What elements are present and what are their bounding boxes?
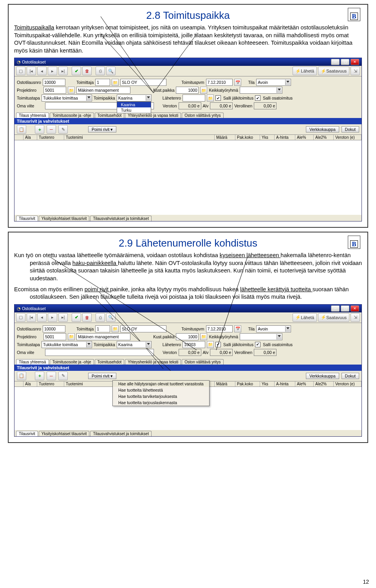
laheta-button[interactable]: ⚡ Lähetä [293, 67, 317, 75]
row-tool-icon[interactable]: ✎ [58, 125, 68, 134]
tool-delete-icon[interactable]: 🗑 [82, 313, 92, 322]
salli-osa-checkbox[interactable]: ✔ [255, 95, 260, 101]
poimi-rivit-button[interactable]: Poimi rivit ▾ [88, 373, 116, 379]
grid-body-empty[interactable] [14, 140, 362, 215]
tab-toimitusosoite[interactable]: Toimitusosoite ja -ohje [50, 359, 94, 365]
minimize-button[interactable]: ─ [331, 59, 340, 65]
gh-blank[interactable] [14, 135, 24, 140]
tab-toimitusosoite[interactable]: Toimitusosoite ja -ohje [50, 113, 94, 118]
tool-new-icon[interactable]: ▢ [16, 313, 25, 322]
toimituspvm-field[interactable]: 7.12.2010 [206, 79, 233, 86]
tab-tilausvahvistukset[interactable]: Tilausvahvistukset ja toimitukset [90, 216, 151, 221]
kustpaikka-lookup-icon[interactable]: 📁 [200, 333, 207, 340]
toimipaikka-combo[interactable]: Kaarina [117, 94, 152, 102]
kustpaikka-field[interactable]: 1000 [176, 87, 199, 94]
salli-osa-checkbox[interactable]: ✔ [255, 342, 260, 347]
tool-first-icon[interactable]: |◂ [27, 67, 36, 75]
gh-maara[interactable]: Määrä [215, 135, 235, 140]
gh-tuotenimi[interactable]: Tuotenimi [64, 135, 215, 140]
dropdown-item-turku[interactable]: Turku [117, 107, 151, 113]
row-clipboard-icon[interactable]: 📋 [17, 372, 26, 380]
tool-delete-icon[interactable]: 🗑 [82, 67, 92, 75]
poimi-rivit-button[interactable]: Poimi rivit ▾ [88, 126, 116, 132]
dokut-button[interactable]: Dokut [342, 373, 359, 379]
projektinimi-field[interactable]: Mäkinen management [76, 333, 130, 340]
tab-tilaus-yhteensa[interactable]: Tilaus yhteensä [16, 359, 49, 365]
menu-item-hae-varasto[interactable]: Hae alle hälytysrajan olevat tuotteet va… [113, 381, 209, 387]
saatavuus-button[interactable]: ⚡ Saatavuus [318, 313, 349, 322]
toimittaja-name-field[interactable]: SLO OY [120, 325, 166, 332]
tool-extra-icon[interactable]: ⇲ [351, 67, 360, 75]
gh-blank[interactable] [14, 381, 24, 387]
gh-veroton[interactable]: Veroton (e) [334, 381, 362, 387]
tool-next-icon[interactable]: ▸ [48, 67, 57, 75]
lahetenro-field[interactable] [183, 94, 205, 102]
gh-yks[interactable]: Yks [260, 135, 275, 140]
salli-jalki-checkbox[interactable]: ✔ [215, 342, 221, 347]
omaviite-field[interactable] [45, 349, 154, 356]
tool-next-icon[interactable]: ▸ [48, 313, 57, 322]
gh-ale[interactable]: Ale% [295, 381, 314, 387]
tab-toimitusehdot[interactable]: Toimitusehdot [95, 359, 125, 365]
gh-ahinta[interactable]: A-hinta [275, 381, 295, 387]
menu-item-hae-tarviketarjous[interactable]: Hae tuotteita tarviketarjouksesta [113, 393, 209, 399]
calendar-icon[interactable]: 📅 [234, 79, 241, 86]
tab-yksityiskohtaiset[interactable]: Yksityiskohtaiset tilausrivit [39, 216, 90, 221]
lahetenro-lookup-icon[interactable]: 📁 [207, 341, 214, 348]
tila-combo[interactable]: Avoin [256, 325, 291, 332]
menu-item-hae-lahete[interactable]: Hae tuotteita lähetteestä [113, 387, 209, 393]
toimitustapa-combo[interactable]: Tukkuliike toimittaa [42, 94, 92, 102]
row-add-icon[interactable]: ＋ [35, 372, 44, 380]
maximize-button[interactable]: ◻ [341, 305, 349, 312]
toimituspvm-field[interactable]: 7.12.2010 [206, 325, 233, 332]
gh-pakkoko[interactable]: Pak.koko [235, 381, 260, 387]
gh-ale2[interactable]: Ale2% [314, 135, 334, 140]
kustpaikka-lookup-icon[interactable]: 📁 [200, 87, 207, 94]
close-button[interactable]: ✕ [351, 305, 359, 312]
gh-ale[interactable]: Ale% [295, 135, 314, 140]
projekti-lookup-icon[interactable]: 📁 [68, 87, 75, 94]
calendar-icon[interactable]: 📅 [234, 325, 241, 332]
verkkokauppa-button[interactable]: Verkkokauppa [306, 126, 339, 132]
tool-last-icon[interactable]: ▸| [58, 67, 68, 75]
row-remove-icon[interactable]: ─ [47, 372, 56, 380]
gh-ale2[interactable]: Ale2% [314, 381, 334, 387]
tab-tilaus-yhteensa[interactable]: Tilaus yhteensä [16, 113, 49, 118]
keikkatyoryhma-combo[interactable] [240, 333, 282, 340]
tool-print-icon[interactable]: ⎙ [96, 67, 105, 75]
tab-tilausvahvistukset[interactable]: Tilausvahvistukset ja toimitukset [90, 431, 151, 436]
tool-prev-icon[interactable]: ◂ [37, 67, 47, 75]
tab-yksityiskohtaiset[interactable]: Yksityiskohtaiset tilausrivit [39, 431, 90, 436]
tool-search-icon[interactable]: 🔍 [106, 313, 116, 322]
toimittaja-lookup-icon[interactable]: 📁 [112, 79, 119, 86]
tab-toimitusehdot[interactable]: Toimitusehdot [95, 113, 125, 118]
projektinro-field[interactable]: 5001 [43, 87, 66, 94]
tool-first-icon[interactable]: |◂ [27, 313, 36, 322]
toimipaikka-combo[interactable]: Kaarina [117, 341, 152, 348]
saatavuus-button[interactable]: ⚡ Saatavuus [318, 67, 349, 75]
tool-last-icon[interactable]: ▸| [58, 313, 68, 322]
tab-yhteyshenkilo[interactable]: Yhteyshenkilö ja vapaa teksti [125, 359, 181, 365]
gh-pakkoko[interactable]: Pak.koko [235, 135, 260, 140]
laheta-button[interactable]: ⚡ Lähetä [293, 313, 317, 322]
gh-ala[interactable]: Ala [24, 135, 37, 140]
gh-tuotenro[interactable]: Tuotenro [37, 135, 64, 140]
gh-maara[interactable]: Määrä [215, 381, 235, 387]
maximize-button[interactable]: ◻ [341, 59, 349, 65]
toimittaja-name-field[interactable]: SLO OY [120, 79, 166, 86]
ostotilausnro-field[interactable]: 10000 [43, 325, 65, 332]
projektinro-field[interactable]: 5001 [43, 333, 66, 340]
gh-yks[interactable]: Yks [260, 381, 275, 387]
verkkokauppa-button[interactable]: Verkkokauppa [306, 373, 339, 379]
dropdown-item-kaarina[interactable]: Kaarina [117, 102, 151, 107]
tool-search-icon[interactable]: 🔍 [106, 67, 116, 75]
lahetenro-field[interactable]: 10003 [183, 341, 205, 348]
ostotilausnro-field[interactable]: 10000 [43, 79, 65, 86]
tool-prev-icon[interactable]: ◂ [37, 313, 47, 322]
menu-item-hae-tarjouslaskenta[interactable]: Hae tuotteita tarjouslaskennasta [113, 399, 209, 406]
salli-jalki-checkbox[interactable]: ✔ [215, 95, 221, 101]
toimittaja-no-field[interactable]: 1 [95, 79, 110, 86]
tool-accept-icon[interactable]: ✔ [72, 67, 81, 75]
close-button[interactable]: ✕ [351, 59, 359, 65]
dokut-button[interactable]: Dokut [342, 126, 359, 132]
